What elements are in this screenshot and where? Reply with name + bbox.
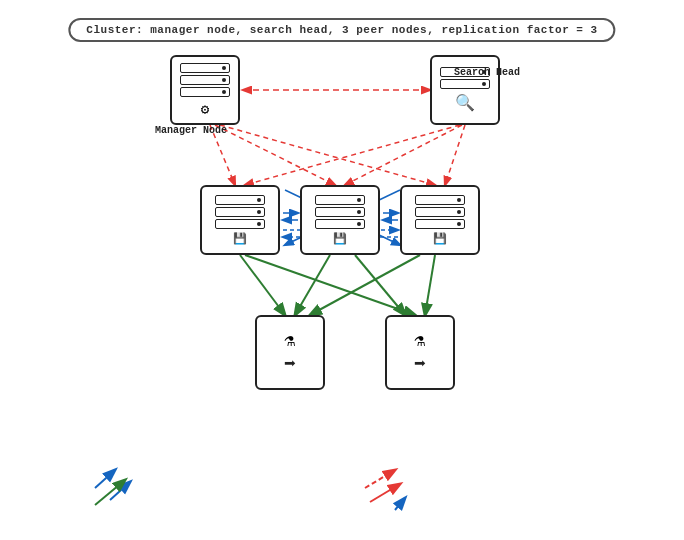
fwd2-icon: ⚗ ➡	[414, 329, 426, 376]
fwd1-icon: ⚗ ➡	[284, 329, 296, 376]
manager-node-label: Manager Node	[155, 125, 227, 136]
manager-icon: ⚙	[180, 63, 230, 118]
svg-line-16	[245, 255, 415, 315]
svg-line-22	[110, 482, 130, 500]
svg-line-17	[295, 255, 330, 315]
forwarder-node-1: ⚗ ➡	[255, 315, 325, 390]
svg-line-3	[220, 125, 435, 185]
svg-line-26	[395, 498, 405, 510]
forwarder-node-2: ⚗ ➡	[385, 315, 455, 390]
search-head-node: 🔍	[430, 55, 500, 125]
svg-line-23	[95, 480, 125, 505]
svg-line-2	[215, 125, 335, 185]
svg-line-15	[240, 255, 285, 315]
title-text: Cluster: manager node, search head, 3 pe…	[86, 24, 597, 36]
peer2-icon: 💾	[315, 195, 365, 245]
svg-line-5	[345, 125, 462, 185]
svg-line-19	[310, 255, 420, 315]
peer1-icon: 💾	[215, 195, 265, 245]
peer-node-1: 💾	[200, 185, 280, 255]
peer3-icon: 💾	[415, 195, 465, 245]
svg-line-25	[370, 484, 400, 502]
arrow-svg	[0, 0, 684, 540]
peer-node-3: 💾	[400, 185, 480, 255]
diagram-container: Cluster: manager node, search head, 3 pe…	[0, 0, 684, 540]
svg-line-4	[245, 125, 460, 185]
title-banner: Cluster: manager node, search head, 3 pe…	[68, 18, 615, 42]
svg-line-6	[445, 125, 465, 185]
search-head-label: Search Head	[454, 67, 520, 78]
svg-line-20	[425, 255, 435, 315]
svg-line-21	[95, 470, 115, 488]
svg-line-18	[355, 255, 405, 315]
svg-line-24	[365, 470, 395, 488]
peer-node-2: 💾	[300, 185, 380, 255]
manager-node: ⚙	[170, 55, 240, 125]
